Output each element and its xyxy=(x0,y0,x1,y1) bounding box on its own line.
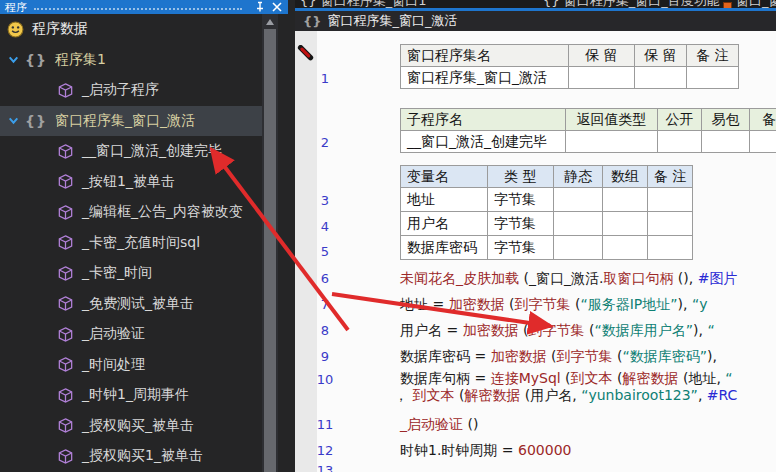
code-token: 未闻花名_皮肤加载 xyxy=(400,270,519,286)
code-line-8[interactable]: 用户名 = 加密数据 (到字节集 (“数据库用户名”), “ xyxy=(400,321,715,339)
scroll-up-icon[interactable] xyxy=(266,19,274,25)
tree-item[interactable]: _启动验证 xyxy=(0,319,262,350)
code-token: 数据库句柄 = xyxy=(400,370,491,386)
code-token: 地址 = xyxy=(400,296,449,312)
tree-item-label: _启动子程序 xyxy=(82,81,159,99)
pin-icon[interactable] xyxy=(254,1,266,13)
table-cell[interactable] xyxy=(603,188,648,212)
table-cell[interactable] xyxy=(658,131,702,153)
code-line-9[interactable]: 数据库密码 = 加密数据 (到字节集 (“数据库密码”), xyxy=(400,347,717,365)
table-cell[interactable]: 数据库密码 xyxy=(401,236,488,260)
code-token: “数据库用户名” xyxy=(594,322,693,338)
table-cell[interactable] xyxy=(603,236,648,260)
table-cell[interactable] xyxy=(554,212,603,236)
chevron-down-icon[interactable] xyxy=(7,114,20,127)
table-cell[interactable] xyxy=(648,236,693,260)
code-line-6[interactable]: 未闻花名_皮肤加载 (_窗口_激活.取窗口句柄 (), #图片 xyxy=(400,269,737,287)
tree-item[interactable]: _授权购买1_被单击 xyxy=(0,441,262,472)
code-line-11[interactable]: _启动验证 () xyxy=(400,415,478,433)
table-cell[interactable] xyxy=(687,67,739,89)
tab-baidu-function[interactable]: {} 窗口程序集_窗口_百度功能 xyxy=(543,0,720,8)
tree-item[interactable]: _授权购买_被单击 xyxy=(0,411,262,442)
panel-header-dots xyxy=(34,8,242,10)
tree-item-selected[interactable]: {}窗口程序集_窗口_激活 xyxy=(0,106,262,137)
tab-window-window[interactable]: 窗口_窗口 xyxy=(723,0,776,8)
table-cell[interactable] xyxy=(635,67,687,89)
line-number: 8 xyxy=(305,323,345,338)
code-token: ( xyxy=(547,348,557,364)
table-cell[interactable]: 字节集 xyxy=(488,188,554,212)
panel-header: 程序 xyxy=(0,0,288,14)
table-header-cell: 静态 xyxy=(554,166,603,188)
method-cube-icon xyxy=(57,387,74,404)
tree-item[interactable]: _时间处理 xyxy=(0,350,262,381)
code-line-10[interactable]: 数据库句柄 = 连接MySql (到文本 (解密数据 (地址, “ xyxy=(400,369,733,387)
tab-window1[interactable]: {} 窗口程序集_窗口1 xyxy=(300,0,426,8)
code-token: 数据库密码 = xyxy=(400,348,491,364)
table-cell[interactable]: 地址 xyxy=(401,188,488,212)
tree-item-label: 程序数据 xyxy=(32,20,88,38)
table-header-cell: 变量名 xyxy=(401,166,488,188)
code-token: 到字节集 xyxy=(557,348,613,364)
tree-item-label: __窗口_激活_创建完毕 xyxy=(82,142,222,160)
tree-scrollbar[interactable] xyxy=(262,14,278,472)
code-token: 连接MySql xyxy=(491,370,561,386)
code-line-12[interactable]: 时钟1.时钟周期 = 600000 xyxy=(400,441,571,459)
chevron-down-icon[interactable] xyxy=(7,53,20,66)
table-header-cell: 备 注 xyxy=(687,45,739,67)
code-token: ( xyxy=(613,370,623,386)
tree-item[interactable]: _卡密_时间 xyxy=(0,258,262,289)
code-token: (地址, xyxy=(679,370,726,386)
code-token: #RC xyxy=(707,387,738,403)
table-cell[interactable] xyxy=(554,188,603,212)
code-token: ( xyxy=(454,387,464,403)
tree-item[interactable]: __窗口_激活_创建完毕 xyxy=(0,136,262,167)
code-token: 到字节集 xyxy=(529,322,585,338)
line-number: 9 xyxy=(305,349,345,364)
tree-item[interactable]: _时钟1_周期事件 xyxy=(0,380,262,411)
table-cell[interactable]: 用户名 xyxy=(401,212,488,236)
table-cell[interactable]: 字节集 xyxy=(488,212,554,236)
code-token: “服务器IP地址” xyxy=(580,296,677,312)
table-cell[interactable] xyxy=(750,131,776,153)
method-cube-icon xyxy=(57,356,74,373)
tree-item[interactable]: {}程序集1 xyxy=(0,45,262,76)
code-token: “ xyxy=(707,322,714,338)
code-editor[interactable]: 1窗口程序集名保 留保 留备 注窗口程序集_窗口_激活2子程序名返回值类型公开易… xyxy=(295,31,776,472)
code-token: “yunbairoot123” xyxy=(581,387,698,403)
scrollbar-thumb[interactable] xyxy=(264,29,276,472)
table-row: 数据库密码字节集 xyxy=(401,236,693,260)
tree-item[interactable]: _启动子程序 xyxy=(0,75,262,106)
tree-item[interactable]: _按钮1_被单击 xyxy=(0,167,262,198)
declaration-table-1: 子程序名返回值类型公开易包备 注__窗口_激活_创建完毕 xyxy=(400,108,776,153)
braces-icon: {} xyxy=(303,14,322,29)
smiley-icon xyxy=(7,21,24,38)
table-cell[interactable] xyxy=(603,212,648,236)
code-line-7[interactable]: 地址 = 加密数据 (到字节集 (“服务器IP地址”), “y xyxy=(400,295,707,313)
code-token: 到字节集 xyxy=(515,296,571,312)
code-token: 600000 xyxy=(518,442,571,458)
table-cell[interactable]: 字节集 xyxy=(488,236,554,260)
declaration-table-2: 变量名类 型静态数组备 注地址字节集用户名字节集数据库密码字节集 xyxy=(400,165,693,260)
table-cell[interactable] xyxy=(566,131,658,153)
table-cell[interactable] xyxy=(648,188,693,212)
table-cell[interactable] xyxy=(648,212,693,236)
table-cell[interactable] xyxy=(554,236,603,260)
code-line-10[interactable]: ， 到文本 (解密数据 (用户名, “yunbairoot123”, #RC xyxy=(394,386,737,404)
tree-item[interactable]: 程序数据 xyxy=(0,14,262,45)
active-tab[interactable]: {} 窗口程序集_窗口_激活 xyxy=(295,11,776,31)
code-token: ， xyxy=(394,387,412,403)
tree-item[interactable]: _卡密_充值时间sql xyxy=(0,228,262,259)
table-cell[interactable] xyxy=(569,67,635,89)
table-cell[interactable]: __窗口_激活_创建完毕 xyxy=(401,131,566,153)
close-icon[interactable] xyxy=(271,1,283,13)
program-panel: 程序 程序数据{}程序集1_启动子程序{}窗口程序集_窗口_激活__窗口_激活_… xyxy=(0,0,295,472)
table-cell[interactable] xyxy=(702,131,750,153)
active-tab-label: 窗口程序集_窗口_激活 xyxy=(328,12,458,30)
tree-item[interactable]: _编辑框_公告_内容被改变 xyxy=(0,197,262,228)
tree-item[interactable]: _免费测试_被单击 xyxy=(0,289,262,320)
tree-item-label: _卡密_时间 xyxy=(82,264,152,282)
table-header-cell: 易包 xyxy=(702,109,750,131)
table-cell[interactable]: 窗口程序集_窗口_激活 xyxy=(401,67,569,89)
method-cube-icon xyxy=(57,234,74,251)
